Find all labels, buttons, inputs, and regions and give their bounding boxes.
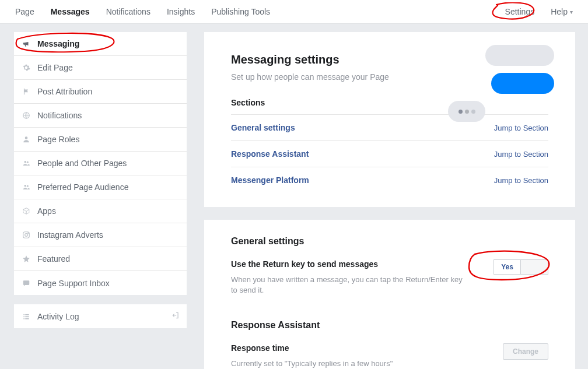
chat-icon — [21, 278, 32, 289]
svg-point-2 — [24, 161, 27, 163]
svg-point-3 — [27, 161, 29, 163]
sidebar-item-label: Page Support Inbox — [37, 279, 110, 288]
setting-change-wrap: Change — [503, 343, 548, 360]
sidebar-item-apps[interactable]: Apps — [14, 199, 187, 223]
nav-messages[interactable]: Messages — [43, 0, 98, 23]
jump-link-general[interactable]: Jump to Section — [494, 124, 548, 132]
setting-toggle-wrap: Yes — [494, 259, 548, 275]
decorative-chat-bubbles — [455, 45, 554, 122]
globe-icon — [21, 110, 32, 121]
exit-icon — [172, 311, 180, 321]
main-content: Messaging settings Set up how people can… — [194, 24, 588, 369]
page-body: Messaging Edit Page Post Attribution Not… — [0, 24, 588, 369]
svg-rect-9 — [23, 280, 30, 285]
svg-point-1 — [25, 136, 28, 139]
sidebar-item-instagram[interactable]: Instagram Adverts — [14, 223, 187, 247]
star-icon — [21, 254, 32, 264]
sidebar-item-label: Activity Log — [37, 312, 79, 321]
section-link-ra[interactable]: Response Assistant — [231, 149, 309, 159]
sidebar-item-edit-page[interactable]: Edit Page — [14, 56, 187, 80]
top-nav-left: Page Messages Notifications Insights Pub… — [7, 0, 278, 23]
sidebar-item-notifications[interactable]: Notifications — [14, 104, 187, 128]
people-icon — [21, 158, 32, 168]
svg-point-7 — [25, 234, 28, 237]
nav-publishing-tools[interactable]: Publishing Tools — [203, 0, 278, 23]
bubble-grey-icon — [485, 45, 554, 66]
sidebar-item-label: Preferred Page Audience — [37, 182, 128, 192]
cube-icon — [21, 206, 32, 216]
sidebar-item-label: Edit Page — [37, 63, 73, 72]
gear-icon — [21, 62, 32, 73]
svg-point-5 — [27, 185, 29, 187]
jump-link-mp[interactable]: Jump to Section — [494, 176, 548, 185]
sidebar-item-post-attribution[interactable]: Post Attribution — [14, 80, 187, 104]
section-row-response-assistant: Response Assistant Jump to Section — [231, 140, 548, 167]
setting-description: When you have written a message, you can… — [231, 275, 464, 296]
general-settings-card: General settings Use the Return key to s… — [204, 220, 575, 369]
sidebar-item-activity-log[interactable]: Activity Log — [14, 304, 187, 328]
setting-return-key: Use the Return key to send messages When… — [231, 259, 548, 299]
sidebar-item-label: Apps — [37, 206, 56, 216]
sidebar-item-label: People and Other Pages — [37, 159, 127, 168]
jump-link-ra[interactable]: Jump to Section — [494, 150, 548, 159]
general-settings-heading: General settings — [231, 236, 548, 247]
sidebar-item-page-roles[interactable]: Page Roles — [14, 128, 187, 152]
svg-rect-12 — [23, 316, 24, 317]
svg-rect-14 — [23, 318, 24, 319]
sidebar-item-label: Messaging — [37, 39, 79, 48]
sidebar-item-people-pages[interactable]: People and Other Pages — [14, 152, 187, 175]
setting-response-time: Response time Currently set to "Typicall… — [231, 343, 548, 369]
section-row-messenger-platform: Messenger Platform Jump to Section — [231, 167, 548, 193]
nav-page[interactable]: Page — [7, 0, 43, 23]
nav-help[interactable]: Help ▾ — [542, 0, 581, 23]
nav-help-label: Help — [551, 7, 568, 16]
sidebar-item-label: Featured — [37, 254, 70, 263]
section-link-general[interactable]: General settings — [231, 123, 295, 132]
sidebar-item-label: Instagram Adverts — [37, 230, 103, 240]
sidebar-item-featured[interactable]: Featured — [14, 247, 187, 271]
flag-icon — [21, 86, 32, 97]
return-key-toggle[interactable]: Yes — [494, 259, 548, 275]
svg-point-8 — [28, 233, 29, 233]
sidebar-item-preferred-audience[interactable]: Preferred Page Audience — [14, 175, 187, 199]
sidebar-list-2: Activity Log — [14, 304, 187, 328]
nav-notifications[interactable]: Notifications — [98, 0, 159, 23]
svg-rect-11 — [25, 314, 29, 315]
messaging-header-card: Messaging settings Set up how people can… — [204, 32, 575, 207]
svg-rect-13 — [25, 316, 29, 317]
change-button[interactable]: Change — [503, 343, 548, 360]
svg-rect-15 — [25, 318, 29, 319]
nav-settings[interactable]: Settings — [497, 0, 543, 23]
top-nav: Page Messages Notifications Insights Pub… — [0, 0, 588, 24]
instagram-icon — [21, 230, 32, 240]
list-icon — [21, 311, 32, 322]
person-icon — [21, 134, 32, 145]
response-assistant-heading: Response Assistant — [231, 320, 548, 331]
sidebar-list: Messaging Edit Page Post Attribution Not… — [14, 32, 187, 295]
setting-description: Currently set to "Typically replies in a… — [231, 359, 464, 369]
section-link-mp[interactable]: Messenger Platform — [231, 175, 309, 185]
svg-rect-10 — [23, 314, 24, 315]
top-nav-right: Settings Help ▾ — [497, 0, 581, 23]
sidebar-item-label: Page Roles — [37, 135, 79, 144]
megaphone-icon — [21, 38, 32, 49]
toggle-yes[interactable]: Yes — [494, 260, 521, 274]
svg-point-4 — [24, 185, 27, 187]
chevron-down-icon: ▾ — [570, 9, 573, 15]
bubble-typing-icon — [448, 101, 485, 122]
sidebar-item-support-inbox[interactable]: Page Support Inbox — [14, 271, 187, 295]
toggle-no[interactable] — [521, 260, 548, 274]
settings-sidebar: Messaging Edit Page Post Attribution Not… — [0, 24, 194, 369]
sidebar-item-label: Post Attribution — [37, 87, 92, 96]
sidebar-separator — [14, 295, 187, 304]
sidebar-item-messaging[interactable]: Messaging — [14, 32, 187, 56]
people-icon — [21, 182, 32, 192]
setting-title: Response time — [231, 343, 548, 353]
sidebar-item-label: Notifications — [37, 111, 82, 120]
nav-insights[interactable]: Insights — [159, 0, 203, 23]
bubble-blue-icon — [491, 73, 554, 94]
